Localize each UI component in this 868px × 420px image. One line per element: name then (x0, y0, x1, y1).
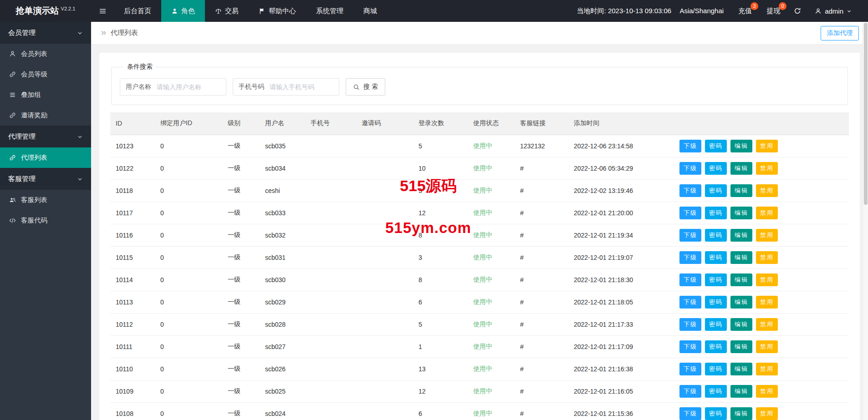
refresh-button[interactable] (787, 7, 807, 15)
disable-button[interactable]: 禁用 (756, 340, 778, 353)
edit-button[interactable]: 编辑 (730, 318, 752, 331)
nav-item-system[interactable]: 系统管理 (306, 0, 353, 22)
password-button[interactable]: 密码 (705, 207, 727, 219)
edit-button[interactable]: 编辑 (730, 251, 752, 264)
sidebar-group-header[interactable]: 客服管理 (0, 168, 91, 190)
sub-agent-button[interactable]: 下级 (679, 407, 701, 420)
edit-button[interactable]: 编辑 (730, 296, 752, 309)
disable-button[interactable]: 禁用 (756, 318, 778, 331)
cell-login-count: 12 (413, 380, 468, 402)
link-icon (9, 154, 16, 161)
password-button[interactable]: 密码 (705, 184, 727, 197)
cell-level: 一级 (222, 157, 260, 179)
edit-button[interactable]: 编辑 (730, 162, 752, 175)
sidebar-item[interactable]: 会员等级 (0, 64, 91, 85)
disable-button[interactable]: 禁用 (756, 363, 778, 375)
password-button[interactable]: 密码 (705, 251, 727, 264)
sidebar-item[interactable]: 邀请奖励 (0, 105, 91, 126)
app-title: 抢单演示站 (16, 5, 59, 17)
cell-login-count: 10 (413, 157, 468, 179)
table-body: 101230一级scb0355使用中12321322022-12-06 23:1… (110, 135, 849, 420)
cell-login-count: 6 (413, 402, 468, 420)
edit-button[interactable]: 编辑 (730, 207, 752, 219)
edit-button[interactable]: 编辑 (730, 407, 752, 420)
password-button[interactable]: 密码 (705, 296, 727, 309)
edit-button[interactable]: 编辑 (730, 340, 752, 353)
nav-item-trade[interactable]: 交易 (205, 0, 249, 22)
disable-button[interactable]: 禁用 (756, 273, 778, 286)
username-input[interactable] (157, 79, 226, 95)
search-button[interactable]: 搜 索 (346, 78, 385, 96)
user-menu[interactable]: admin (807, 7, 856, 15)
cell-actions: 下级密码编辑禁用 (674, 402, 849, 420)
disable-button[interactable]: 禁用 (756, 140, 778, 152)
nav-item-help[interactable]: 帮助中心 (249, 0, 306, 22)
disable-button[interactable]: 禁用 (756, 407, 778, 420)
add-agent-button[interactable]: 添加代理 (821, 26, 859, 40)
sub-agent-button[interactable]: 下级 (679, 273, 701, 286)
edit-button[interactable]: 编辑 (730, 385, 752, 398)
sub-agent-button[interactable]: 下级 (679, 162, 701, 175)
sidebar-item[interactable]: 叠加组 (0, 85, 91, 105)
disable-button[interactable]: 禁用 (756, 296, 778, 309)
edit-button[interactable]: 编辑 (730, 184, 752, 197)
sub-agent-button[interactable]: 下级 (679, 363, 701, 375)
table-row: 101120一级scb0285使用中#2022-12-01 21:17:33下级… (110, 313, 849, 335)
flag-icon (259, 8, 266, 15)
nav-item-dashboard[interactable]: 后台首页 (114, 0, 161, 22)
table-row: 101100一级scb02613使用中#2022-12-01 21:16:38下… (110, 358, 849, 380)
password-button[interactable]: 密码 (705, 273, 727, 286)
sidebar-item[interactable]: 代理列表 (0, 147, 91, 168)
password-button[interactable]: 密码 (705, 363, 727, 375)
password-button[interactable]: 密码 (705, 385, 727, 398)
edit-button[interactable]: 编辑 (730, 273, 752, 286)
sidebar-group-header[interactable]: 会员管理 (0, 22, 91, 44)
password-button[interactable]: 密码 (705, 229, 727, 242)
withdraw-button[interactable]: 提现 0 (759, 4, 787, 18)
cell-actions: 下级密码编辑禁用 (674, 224, 849, 246)
menu-toggle-button[interactable] (91, 0, 114, 22)
edit-button[interactable]: 编辑 (730, 229, 752, 242)
recharge-button[interactable]: 充值 3 (731, 4, 759, 18)
nav-item-mall[interactable]: 商城 (353, 0, 387, 22)
cell-login-count: 5 (413, 313, 468, 335)
sidebar-group-header[interactable]: 代理管理 (0, 126, 91, 147)
disable-button[interactable]: 禁用 (756, 385, 778, 398)
password-button[interactable]: 密码 (705, 407, 727, 420)
sub-agent-button[interactable]: 下级 (679, 207, 701, 219)
cell-id: 10111 (110, 335, 155, 358)
sub-agent-button[interactable]: 下级 (679, 385, 701, 398)
disable-button[interactable]: 禁用 (756, 162, 778, 175)
nav-item-roles[interactable]: 角色 (161, 0, 205, 22)
phone-input[interactable] (270, 79, 339, 95)
cell-invite-code (356, 246, 413, 268)
chevron-down-icon (847, 9, 852, 14)
vertical-scrollbar[interactable] (863, 22, 868, 420)
sub-agent-button[interactable]: 下级 (679, 340, 701, 353)
disable-button[interactable]: 禁用 (756, 184, 778, 197)
password-button[interactable]: 密码 (705, 340, 727, 353)
field-label: 手机号码 (233, 83, 270, 91)
disable-button[interactable]: 禁用 (756, 229, 778, 242)
sidebar-item[interactable]: 客服代码 (0, 210, 91, 231)
sub-agent-button[interactable]: 下级 (679, 184, 701, 197)
sub-agent-button[interactable]: 下级 (679, 140, 701, 152)
cell-bind-user-id: 0 (155, 335, 222, 358)
password-button[interactable]: 密码 (705, 318, 727, 331)
password-button[interactable]: 密码 (705, 162, 727, 175)
sub-agent-button[interactable]: 下级 (679, 296, 701, 309)
scrollbar-thumb[interactable] (864, 23, 868, 205)
main-area: 代理列表 添加代理 条件搜索 用户名称手机号码搜 索 ID绑定用户ID级别用户名… (91, 0, 868, 420)
password-button[interactable]: 密码 (705, 140, 727, 152)
disable-button[interactable]: 禁用 (756, 251, 778, 264)
sub-agent-button[interactable]: 下级 (679, 251, 701, 264)
sidebar-item[interactable]: 客服列表 (0, 190, 91, 210)
disable-button[interactable]: 禁用 (756, 207, 778, 219)
sub-agent-button[interactable]: 下级 (679, 229, 701, 242)
agent-table: ID绑定用户ID级别用户名手机号邀请码登录次数使用状态客服链接添加时间 1012… (110, 112, 849, 420)
sidebar-item[interactable]: 会员列表 (0, 44, 91, 64)
edit-button[interactable]: 编辑 (730, 140, 752, 152)
edit-button[interactable]: 编辑 (730, 363, 752, 375)
refresh-icon (794, 7, 801, 15)
sub-agent-button[interactable]: 下级 (679, 318, 701, 331)
